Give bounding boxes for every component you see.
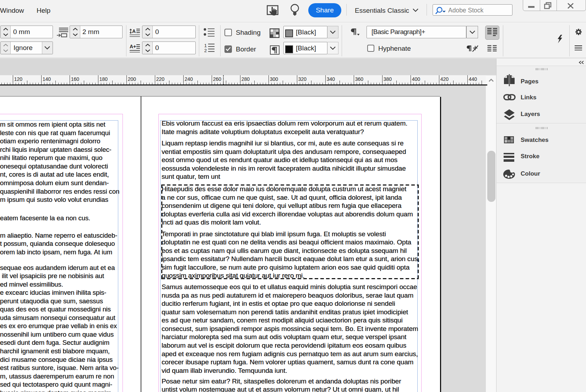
- svg-text:A+: A+: [130, 44, 136, 49]
- svg-text:A: A: [132, 28, 136, 34]
- svg-text:2: 2: [204, 48, 207, 53]
- svg-text:1: 1: [204, 43, 207, 48]
